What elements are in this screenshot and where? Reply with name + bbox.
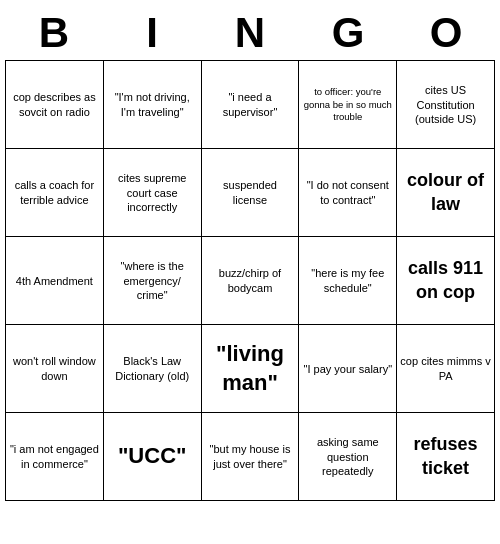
- cell-text: won't roll window down: [9, 354, 100, 383]
- cell-text: "here is my fee schedule": [302, 266, 393, 295]
- bingo-cell: Black's Law Dictionary (old): [104, 325, 202, 413]
- bingo-cell: calls a coach for terrible advice: [6, 149, 104, 237]
- bingo-cell: asking same question repeatedly: [299, 413, 397, 501]
- bingo-cell: cites supreme court case incorrectly: [104, 149, 202, 237]
- header-letter: B: [5, 6, 103, 60]
- bingo-cell: suspended license: [202, 149, 300, 237]
- cell-text: "I'm not driving, I'm traveling": [107, 90, 198, 119]
- bingo-cell: "living man": [202, 325, 300, 413]
- bingo-cell: 4th Amendment: [6, 237, 104, 325]
- bingo-cell: calls 911 on cop: [397, 237, 495, 325]
- cell-text: to officer: you're gonna be in so much t…: [302, 86, 393, 123]
- cell-text: calls 911 on cop: [400, 257, 491, 304]
- bingo-cell: cites US Constitution (outside US): [397, 61, 495, 149]
- cell-text: "UCC": [118, 442, 187, 471]
- cell-text: buzz/chirp of bodycam: [205, 266, 296, 295]
- bingo-cell: colour of law: [397, 149, 495, 237]
- bingo-card: BINGO cop describes as sovcit on radio"I…: [5, 6, 495, 501]
- header-letter: I: [103, 6, 201, 60]
- cell-text: refuses ticket: [400, 433, 491, 480]
- bingo-grid: cop describes as sovcit on radio"I'm not…: [5, 60, 495, 501]
- header-letter: N: [201, 6, 299, 60]
- cell-text: "i need a supervisor": [205, 90, 296, 119]
- cell-text: colour of law: [400, 169, 491, 216]
- bingo-cell: "I'm not driving, I'm traveling": [104, 61, 202, 149]
- bingo-cell: "I do not consent to contract": [299, 149, 397, 237]
- bingo-cell: "but my house is just over there": [202, 413, 300, 501]
- bingo-cell: won't roll window down: [6, 325, 104, 413]
- bingo-cell: "here is my fee schedule": [299, 237, 397, 325]
- bingo-cell: cop cites mimms v PA: [397, 325, 495, 413]
- cell-text: "where is the emergency/ crime": [107, 259, 198, 302]
- cell-text: cop cites mimms v PA: [400, 354, 491, 383]
- cell-text: "but my house is just over there": [205, 442, 296, 471]
- header-letter: O: [397, 6, 495, 60]
- cell-text: cites US Constitution (outside US): [400, 83, 491, 126]
- bingo-cell: to officer: you're gonna be in so much t…: [299, 61, 397, 149]
- bingo-cell: "UCC": [104, 413, 202, 501]
- bingo-cell: refuses ticket: [397, 413, 495, 501]
- cell-text: "living man": [205, 340, 296, 397]
- cell-text: asking same question repeatedly: [302, 435, 393, 478]
- cell-text: calls a coach for terrible advice: [9, 178, 100, 207]
- bingo-cell: "i am not engaged in commerce": [6, 413, 104, 501]
- cell-text: cites supreme court case incorrectly: [107, 171, 198, 214]
- cell-text: suspended license: [205, 178, 296, 207]
- bingo-cell: "where is the emergency/ crime": [104, 237, 202, 325]
- cell-text: 4th Amendment: [16, 274, 93, 288]
- cell-text: "I do not consent to contract": [302, 178, 393, 207]
- cell-text: Black's Law Dictionary (old): [107, 354, 198, 383]
- bingo-header: BINGO: [5, 6, 495, 60]
- cell-text: "i am not engaged in commerce": [9, 442, 100, 471]
- bingo-cell: buzz/chirp of bodycam: [202, 237, 300, 325]
- cell-text: cop describes as sovcit on radio: [9, 90, 100, 119]
- bingo-cell: "I pay your salary": [299, 325, 397, 413]
- bingo-cell: cop describes as sovcit on radio: [6, 61, 104, 149]
- bingo-cell: "i need a supervisor": [202, 61, 300, 149]
- cell-text: "I pay your salary": [304, 362, 393, 376]
- header-letter: G: [299, 6, 397, 60]
